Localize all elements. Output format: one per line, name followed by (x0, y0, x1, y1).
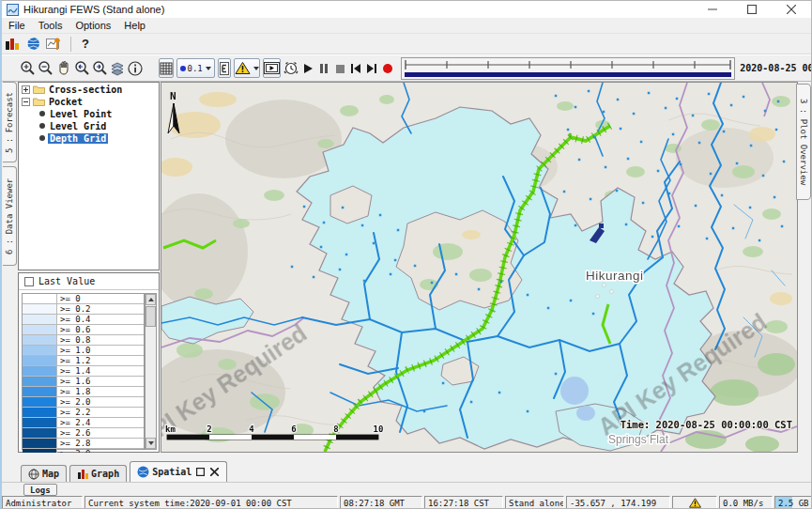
logs-button[interactable]: Logs (23, 484, 57, 496)
menu-options[interactable]: Options (69, 19, 117, 32)
status-system-time: Current system time:2020-09-01 00:00 CST (84, 496, 338, 509)
stop-icon[interactable] (332, 58, 347, 78)
bullet-icon (39, 123, 45, 129)
legend-row[interactable]: >= 1.6 (23, 377, 144, 387)
legend-row[interactable]: >= 2.8 (23, 439, 144, 449)
tab-plot-overview[interactable]: 3 : Plot Overview (796, 84, 811, 200)
status-mode: Stand alone (505, 496, 564, 509)
legend-row[interactable]: >= 1.0 (23, 346, 144, 356)
status-memory: 2.5 GB (774, 496, 812, 509)
map-viewport[interactable]: API Key Required API Key Required Hikura… (161, 82, 798, 453)
scroll-down-icon[interactable] (146, 438, 156, 449)
timeseries-icon[interactable] (44, 36, 63, 53)
status-warning-cell[interactable] (672, 496, 717, 509)
explorer-barchart-icon[interactable] (3, 36, 22, 53)
scale-tick-label: 2 (207, 424, 211, 434)
status-user: Administrator (2, 496, 83, 509)
last-value-checkbox[interactable] (24, 277, 34, 286)
tab-spatial[interactable]: Spatial (130, 461, 227, 482)
last-value-option[interactable]: Last Value (19, 273, 159, 290)
tree-node-level-grid[interactable]: Level Grid (19, 120, 159, 131)
status-local-time: 16:27:18 CST (424, 496, 503, 509)
zoom-previous-icon[interactable] (73, 58, 90, 78)
tree-node-cross-section[interactable]: Cross-section (19, 84, 159, 95)
animation-settings-icon[interactable] (283, 58, 299, 78)
main-toolbar: ? (2, 34, 811, 54)
close-button[interactable] (772, 1, 811, 18)
label-classes-icon[interactable] (218, 58, 231, 78)
legend-row[interactable]: >= 2.4 (23, 418, 144, 428)
legend-label: >= 0.8 (57, 335, 91, 345)
scroll-thumb[interactable] (146, 306, 156, 327)
map-canvas[interactable]: API Key Required API Key Required Hikura… (161, 83, 797, 452)
tab-graph[interactable]: Graph (69, 465, 127, 482)
legend-scrollbar[interactable] (145, 293, 157, 450)
legend-row[interactable]: >= 2.6 (23, 428, 144, 439)
skip-to-end-icon[interactable] (364, 58, 379, 78)
zoom-out-icon[interactable] (38, 58, 54, 78)
legend-row[interactable]: >= 2.2 (23, 408, 144, 418)
legend-row[interactable]: >= 0 (23, 294, 144, 304)
toolbar-separator (70, 37, 71, 52)
legend-row[interactable]: >= 1.8 (23, 387, 144, 397)
legend-label: >= 2.6 (57, 428, 91, 438)
tree-node-pocket[interactable]: Pocket (19, 96, 159, 107)
expand-plus-icon[interactable] (22, 85, 30, 94)
zoom-in-icon[interactable] (20, 58, 37, 78)
folder-open-icon (33, 97, 45, 106)
legend-swatch (23, 356, 57, 365)
chevron-down-icon (253, 67, 259, 70)
minimize-button[interactable] (693, 1, 732, 18)
layers-icon[interactable] (109, 58, 126, 78)
locality-label: Springs Flat (608, 433, 669, 446)
menu-file[interactable]: File (2, 19, 32, 32)
tab-maximize-icon[interactable] (194, 467, 206, 478)
tab-data-viewer[interactable]: 6 : Data Viewer (3, 166, 17, 266)
last-value-label: Last Value (38, 276, 95, 286)
legend-panel: Last Value >= 0 >= 0.2 >= 0.4 >= 0.6 >= … (18, 272, 160, 453)
chevron-down-icon (206, 67, 211, 70)
pan-hand-icon[interactable] (55, 58, 72, 78)
legend-label: >= 0.6 (57, 325, 91, 334)
grid-toggle-icon[interactable] (159, 58, 174, 78)
tab-graph-label: Graph (91, 469, 119, 479)
tree-node-level-point[interactable]: Level Point (19, 108, 159, 119)
status-coordinates: -35.657 , 174.199 (566, 496, 670, 509)
legend-row[interactable]: >= 0.2 (23, 304, 144, 315)
collapse-minus-icon[interactable] (22, 98, 30, 106)
legend-row[interactable]: >= 1.2 (23, 356, 144, 366)
scroll-up-icon[interactable] (146, 294, 156, 305)
town-label: Hikurangi (586, 269, 644, 283)
menu-help[interactable]: Help (117, 19, 152, 32)
tree-node-depth-grid[interactable]: Depth Grid (19, 132, 159, 144)
maximize-button[interactable] (732, 1, 772, 18)
legend-row[interactable]: >= 1.4 (23, 366, 144, 377)
skip-to-start-icon[interactable] (348, 58, 363, 78)
legend-swatch (23, 397, 57, 407)
legend-label: >= 0.2 (57, 304, 91, 314)
record-icon[interactable] (380, 58, 395, 78)
legend-swatch (23, 294, 57, 303)
blue-dot-icon (180, 66, 186, 71)
play-icon[interactable] (300, 58, 315, 78)
zoom-next-icon[interactable] (91, 58, 108, 78)
tab-close-icon[interactable] (208, 467, 220, 478)
info-icon[interactable] (127, 58, 144, 78)
legend-row[interactable]: >= 0.8 (23, 335, 144, 346)
tab-forecast[interactable]: 5 : Forecast (3, 82, 17, 162)
tab-map[interactable]: Map (21, 465, 67, 482)
contour-interval-dropdown[interactable]: 0.1 (176, 58, 215, 78)
globe-icon[interactable] (23, 36, 42, 53)
menu-tools[interactable]: Tools (32, 19, 69, 32)
help-button[interactable]: ? (78, 37, 93, 51)
status-bar: Administrator Current system time:2020-0… (2, 496, 811, 509)
timeline-slider[interactable] (401, 57, 735, 80)
legend-label: >= 2.0 (57, 397, 91, 407)
left-panel: Cross-section Pocket Level Point Level G… (17, 82, 161, 453)
warning-threshold-dropdown[interactable] (234, 58, 260, 78)
pause-icon[interactable] (316, 58, 331, 78)
legend-row[interactable]: >= 0.6 (23, 325, 144, 335)
legend-row[interactable]: >= 0.4 (23, 315, 144, 325)
legend-row[interactable]: >= 2.0 (23, 397, 144, 408)
movie-player-icon[interactable] (263, 58, 281, 78)
